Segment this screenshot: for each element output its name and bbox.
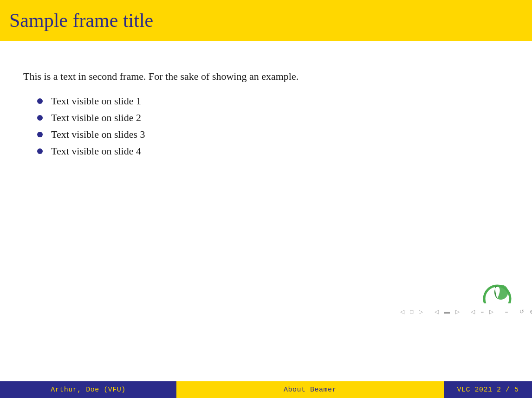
bullet-dot-icon bbox=[37, 98, 43, 104]
nav-zoom-in-icon[interactable]: ⊕ bbox=[528, 308, 532, 316]
frame-title: Sample frame title bbox=[9, 9, 153, 32]
nav-prev-section-icon[interactable]: ◁ bbox=[433, 308, 440, 316]
nav-first-icon[interactable]: ◁ bbox=[399, 308, 406, 316]
list-item: Text visible on slide 2 bbox=[37, 112, 509, 124]
list-item: Text visible on slide 1 bbox=[37, 95, 509, 107]
nav-next-section-icon[interactable]: ▷ bbox=[454, 308, 461, 316]
footer-author-text: Arthur, Doe (VFU) bbox=[51, 386, 126, 394]
nav-next-icon[interactable]: ▷ bbox=[417, 308, 424, 316]
nav-controls-bar: ◁ □ ▷ ◁ ▬ ▷ ◁ ≡ ▷ ≡ ↺ ⊕ ⊖ bbox=[23, 303, 532, 320]
bullet-dot-icon bbox=[37, 132, 43, 137]
footer-page-text: VLC 2021 2 / 5 bbox=[457, 386, 519, 394]
footer-author: Arthur, Doe (VFU) bbox=[0, 381, 176, 398]
slide-footer: Arthur, Doe (VFU) About Beamer VLC 2021 … bbox=[0, 381, 532, 398]
list-item-text: Text visible on slide 2 bbox=[51, 112, 141, 124]
slide-content: This is a text in second frame. For the … bbox=[0, 41, 532, 359]
footer-title: About Beamer bbox=[176, 381, 444, 398]
nav-next-frame-icon[interactable]: ▷ bbox=[488, 308, 495, 316]
nav-undo-icon[interactable]: ↺ bbox=[518, 308, 526, 316]
list-item-text: Text visible on slide 4 bbox=[51, 145, 141, 157]
bullet-list: Text visible on slide 1 Text visible on … bbox=[23, 95, 509, 157]
list-item-text: Text visible on slides 3 bbox=[51, 128, 145, 141]
bullet-dot-icon bbox=[37, 115, 43, 121]
list-item: Text visible on slides 3 bbox=[37, 128, 509, 141]
list-item: Text visible on slide 4 bbox=[37, 145, 509, 157]
slide-header: Sample frame title bbox=[0, 0, 532, 41]
nav-section-icon[interactable]: ▬ bbox=[443, 308, 451, 316]
footer-title-text: About Beamer bbox=[284, 386, 337, 394]
nav-toc-icon[interactable]: ≡ bbox=[504, 308, 510, 316]
footer-page: VLC 2021 2 / 5 bbox=[444, 381, 532, 398]
nav-frame-icon[interactable]: ≡ bbox=[479, 308, 485, 316]
list-item-text: Text visible on slide 1 bbox=[51, 95, 141, 107]
slide-nav-controls: ◁ □ ▷ ◁ ▬ ▷ ◁ ≡ ▷ ≡ ↺ ⊕ ⊖ bbox=[399, 308, 532, 316]
intro-paragraph: This is a text in second frame. For the … bbox=[23, 69, 509, 84]
nav-prev-frame-icon[interactable]: ◁ bbox=[469, 308, 476, 316]
nav-prev-page-icon[interactable]: □ bbox=[409, 308, 415, 316]
bullet-dot-icon bbox=[37, 148, 43, 154]
